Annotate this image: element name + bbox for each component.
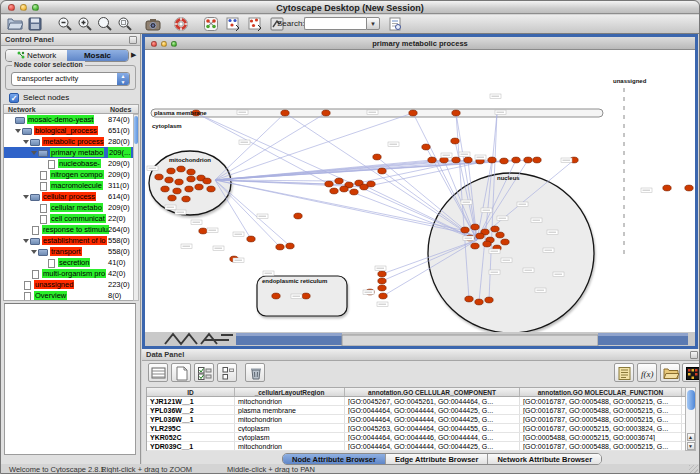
undock-data-panel-icon[interactable] (690, 351, 698, 359)
graph-node[interactable] (485, 297, 493, 303)
attribute-table-icon[interactable] (148, 363, 168, 382)
node-color-dropdown[interactable]: transporter activity ▲▼ (11, 72, 130, 86)
graph-node[interactable] (378, 285, 386, 291)
graph-node[interactable] (165, 177, 173, 183)
graph-node[interactable] (173, 188, 181, 194)
graph-node[interactable] (464, 157, 472, 163)
help-lifebuoy-icon[interactable] (173, 16, 189, 32)
table-row[interactable]: YPL036W__1mitochondrion[GO:0044464, GO:0… (147, 415, 693, 424)
manage-networks-icon[interactable] (203, 16, 219, 32)
graph-node[interactable] (471, 224, 479, 230)
tree-row[interactable]: secretion41(0) (4, 257, 138, 268)
graph-node[interactable] (465, 296, 473, 302)
tree-row[interactable]: establishment of lo558(0) (4, 235, 138, 246)
graph-node[interactable] (335, 178, 343, 184)
select-nodes-checkbox[interactable]: ✓ (9, 93, 19, 103)
tab-network-attribute-browser[interactable]: Network Attribute Browser (488, 454, 601, 464)
graph-node[interactable] (373, 154, 381, 160)
graph-node[interactable] (203, 178, 211, 184)
table-scrollbar-thumb[interactable] (687, 390, 695, 410)
table-row[interactable]: YPL036W__2plasma membrane[GO:0044464, GO… (147, 406, 693, 415)
graph-node[interactable] (350, 189, 358, 195)
graph-node[interactable] (409, 110, 417, 116)
graph-node[interactable] (185, 186, 193, 192)
undock-panel-icon[interactable] (129, 36, 137, 44)
graph-node[interactable] (167, 168, 175, 174)
table-row[interactable]: YJR121W__1mitochondrion[GO:0045267, GO:0… (147, 397, 693, 406)
graph-node[interactable] (451, 138, 459, 144)
birdseye-view-pane[interactable] (4, 303, 136, 455)
tree-row[interactable]: macromolecule311(0) (4, 180, 138, 191)
tree-scrollbar-thumb[interactable] (134, 116, 138, 144)
graph-node[interactable] (483, 241, 491, 247)
apply-layout-icon[interactable] (225, 16, 241, 32)
tree-scrollbar[interactable] (133, 114, 139, 301)
search-dropdown-button[interactable]: ▼ (366, 17, 380, 30)
unselect-attributes-icon[interactable] (217, 363, 237, 382)
graph-node[interactable] (440, 157, 448, 163)
graph-node[interactable] (175, 179, 183, 185)
expand-arrow-icon[interactable] (23, 195, 29, 199)
graph-node[interactable] (488, 157, 496, 163)
graph-node[interactable] (195, 184, 203, 190)
zoom-out-icon[interactable] (57, 16, 73, 32)
tree-row[interactable]: cellular process614(0) (4, 191, 138, 202)
graph-node[interactable] (182, 196, 190, 202)
graph-node[interactable] (155, 174, 163, 180)
graph-node[interactable] (512, 157, 520, 163)
graph-node[interactable] (685, 185, 693, 191)
zoom-selected-region-icon[interactable] (117, 16, 133, 32)
graph-node[interactable] (533, 157, 541, 163)
graph-node[interactable] (286, 243, 294, 249)
graph-node[interactable] (476, 233, 484, 239)
function-builder-icon[interactable]: f(x) (637, 363, 657, 382)
tree-row[interactable]: response to stimulu264(0) (4, 224, 138, 235)
expand-arrow-icon[interactable] (15, 129, 21, 133)
column-header[interactable]: _cellularLayoutRegion (235, 388, 345, 396)
table-row[interactable]: YDR039C__1mitochondrion[GO:0044464, GO:0… (147, 442, 693, 451)
table-scrollbar[interactable]: ▲ ▼ (685, 387, 696, 451)
graph-node[interactable] (330, 188, 338, 194)
tree-row[interactable]: metabolic process280(0) (4, 136, 138, 147)
tab-node-attribute-browser[interactable]: Node Attribute Browser (283, 454, 386, 464)
graph-node[interactable] (276, 244, 284, 250)
graph-node[interactable] (340, 186, 348, 192)
tree-row[interactable]: biological_process651(0) (4, 125, 138, 136)
graph-node[interactable] (187, 169, 195, 175)
graph-node[interactable] (500, 158, 508, 164)
graph-node[interactable] (524, 157, 532, 163)
tree-row[interactable]: Overview8(0) (4, 290, 138, 301)
tab-overflow-arrow[interactable]: ▶ (131, 51, 136, 59)
graph-node[interactable] (471, 243, 479, 249)
graph-node[interactable] (187, 176, 195, 182)
graph-node[interactable] (475, 299, 483, 305)
graph-node[interactable] (281, 110, 289, 116)
tree-row[interactable]: multi-organism pro42(0) (4, 268, 138, 279)
import-attribute-table-icon[interactable] (614, 363, 634, 382)
graph-node[interactable] (452, 110, 460, 116)
attribute-heatmap-icon[interactable] (682, 363, 700, 382)
graph-node[interactable] (496, 232, 504, 238)
zoom-in-icon[interactable] (77, 16, 93, 32)
create-attribute-icon[interactable] (171, 363, 191, 382)
scroll-up-icon[interactable]: ▲ (687, 433, 695, 441)
graph-node[interactable] (272, 293, 280, 299)
search-input[interactable] (304, 17, 366, 30)
graph-node[interactable] (325, 181, 333, 187)
zoom-fit-icon[interactable] (97, 16, 113, 32)
tab-mosaic[interactable]: Mosaic (67, 50, 128, 61)
graph-node[interactable] (461, 227, 469, 233)
graph-node[interactable] (247, 236, 255, 242)
graph-node[interactable] (663, 185, 671, 191)
expand-arrow-icon[interactable] (31, 250, 37, 254)
graph-node[interactable] (199, 228, 207, 234)
delete-attribute-icon[interactable] (245, 363, 265, 382)
column-header[interactable]: ID (147, 388, 235, 396)
dropdown-stepper-icon[interactable]: ▲▼ (117, 73, 129, 85)
graph-node[interactable] (322, 110, 330, 116)
graph-node[interactable] (378, 278, 386, 284)
tree-row[interactable]: primary metabo209(... (4, 147, 138, 158)
graph-node[interactable] (168, 195, 176, 201)
network-graph[interactable]: plasma membranecytoplasmmitochondrionnuc… (145, 50, 695, 332)
table-row[interactable]: YKR052Ccytoplasm[GO:0044464, GO:0044446,… (147, 433, 693, 442)
